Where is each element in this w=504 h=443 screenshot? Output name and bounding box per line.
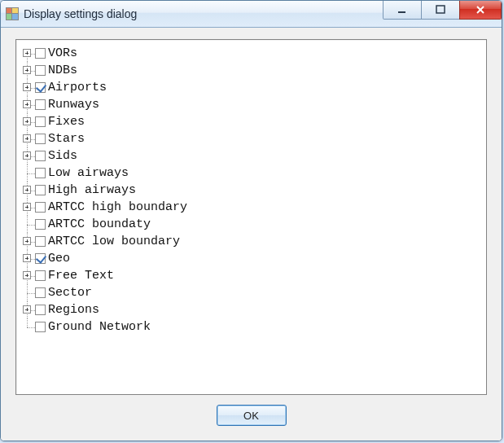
tree-node[interactable]: Low airways	[20, 164, 483, 182]
tree-node-label: Sids	[48, 147, 77, 164]
expand-icon[interactable]	[23, 151, 31, 160]
expand-icon[interactable]	[23, 237, 31, 245]
checkbox[interactable]	[35, 287, 46, 298]
close-button[interactable]	[459, 1, 502, 20]
tree-line	[20, 301, 35, 318]
svg-rect-1	[436, 6, 445, 13]
checkbox[interactable]	[35, 322, 46, 332]
tree-node[interactable]: Airports	[20, 79, 483, 96]
tree-node-label: High airways	[48, 182, 136, 199]
window-control-group	[383, 1, 502, 19]
tree-line	[20, 267, 35, 284]
expand-icon[interactable]	[23, 134, 31, 143]
tree-node-label: Sector	[48, 284, 92, 301]
tree-line	[20, 182, 35, 199]
tree-node-label: Regions	[48, 301, 99, 318]
expand-icon[interactable]	[23, 117, 31, 125]
tree-node[interactable]: Geo	[20, 250, 483, 267]
tree-node[interactable]: Runways	[20, 96, 483, 113]
window-title: Display settings dialog	[24, 7, 137, 20]
dialog-window: Display settings dialog VORsNDBsAirports…	[0, 0, 502, 441]
tree-node[interactable]: Stars	[20, 130, 483, 147]
tree-node[interactable]: ARTCC boundaty	[20, 216, 483, 233]
tree-node-label: Fixes	[48, 113, 85, 130]
tree-node[interactable]: High airways	[20, 182, 483, 199]
tree-node[interactable]: Sector	[20, 284, 483, 301]
tree-node[interactable]: Fixes	[20, 113, 483, 130]
tree-line	[20, 96, 35, 113]
tree-line	[20, 164, 35, 182]
tree-node-label: ARTCC low boundary	[48, 233, 180, 250]
checkbox[interactable]	[35, 65, 46, 76]
tree-node[interactable]: Free Text	[20, 267, 483, 284]
tree-node[interactable]: Sids	[20, 147, 483, 164]
expand-icon[interactable]	[23, 305, 31, 314]
checkbox[interactable]	[35, 99, 46, 110]
checkbox[interactable]	[35, 134, 46, 144]
maximize-icon	[436, 5, 445, 15]
checkbox[interactable]	[35, 151, 46, 161]
expand-icon[interactable]	[23, 66, 31, 74]
tree-node-label: ARTCC high boundary	[48, 199, 187, 216]
expand-icon[interactable]	[23, 100, 31, 108]
tree-line	[20, 147, 35, 164]
checkbox[interactable]	[35, 168, 46, 178]
tree-node-label: NDBs	[48, 62, 77, 79]
tree-node-label: Low airways	[48, 164, 129, 182]
checkbox[interactable]	[35, 253, 46, 264]
expand-icon[interactable]	[23, 83, 31, 91]
checkbox[interactable]	[35, 236, 46, 247]
minimize-icon	[397, 5, 407, 15]
checkbox[interactable]	[35, 82, 46, 93]
expand-icon[interactable]	[23, 186, 31, 194]
tree-node-label: Free Text	[48, 267, 114, 284]
tree-node-label: Geo	[48, 250, 70, 267]
checkbox[interactable]	[35, 305, 46, 315]
close-icon	[476, 5, 485, 15]
expand-icon[interactable]	[23, 271, 31, 279]
tree-line	[20, 113, 35, 130]
maximize-button[interactable]	[421, 1, 460, 20]
checkbox[interactable]	[35, 202, 46, 213]
tree-line	[20, 45, 35, 62]
tree-node[interactable]: Regions	[20, 301, 483, 318]
tree-node-label: Ground Network	[48, 318, 151, 336]
tree-line	[20, 250, 35, 267]
tree-node[interactable]: ARTCC high boundary	[20, 199, 483, 216]
tree-line	[20, 130, 35, 147]
tree-node-label: ARTCC boundaty	[48, 216, 151, 233]
tree-node[interactable]: ARTCC low boundary	[20, 233, 483, 250]
checkbox[interactable]	[35, 270, 46, 281]
tree-node[interactable]: NDBs	[20, 62, 483, 79]
tree-line	[20, 233, 35, 250]
button-row: OK	[15, 395, 487, 429]
tree-node-label: Airports	[48, 79, 107, 96]
checkbox[interactable]	[35, 116, 46, 127]
expand-icon[interactable]	[23, 254, 31, 262]
titlebar: Display settings dialog	[1, 1, 502, 28]
checkbox[interactable]	[35, 48, 46, 59]
tree-node[interactable]: VORs	[20, 45, 483, 62]
checkbox[interactable]	[35, 185, 46, 195]
tree-view[interactable]: VORsNDBsAirportsRunwaysFixesStarsSidsLow…	[15, 39, 487, 395]
client-area: VORsNDBsAirportsRunwaysFixesStarsSidsLow…	[1, 28, 502, 441]
checkbox[interactable]	[35, 219, 46, 230]
tree-line	[20, 318, 35, 336]
tree-node-label: Runways	[48, 96, 99, 113]
expand-icon[interactable]	[23, 49, 31, 57]
tree-node-label: VORs	[48, 45, 77, 62]
tree-line	[20, 62, 35, 79]
tree-line	[20, 199, 35, 216]
svg-rect-0	[398, 11, 405, 13]
minimize-button[interactable]	[383, 1, 422, 20]
tree-line	[20, 79, 35, 96]
ok-button[interactable]: OK	[217, 405, 287, 426]
tree-node-label: Stars	[48, 130, 85, 147]
app-icon	[6, 7, 19, 20]
tree-node[interactable]: Ground Network	[20, 318, 483, 336]
tree-line	[20, 284, 35, 301]
tree-line	[20, 216, 35, 233]
expand-icon[interactable]	[23, 203, 31, 211]
